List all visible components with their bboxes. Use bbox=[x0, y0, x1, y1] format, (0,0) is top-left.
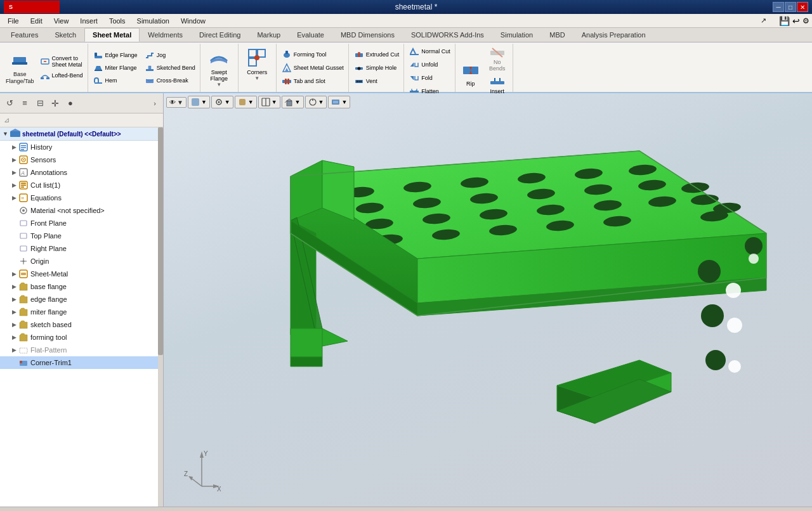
quick-access-options[interactable]: ⚙ bbox=[802, 16, 809, 25]
root-expand-icon[interactable]: ▼ bbox=[3, 131, 10, 137]
sheet-metal-expand[interactable]: ▶ bbox=[10, 271, 18, 277]
forming-tool-folder-expand[interactable]: ▶ bbox=[10, 334, 18, 340]
corners-dropdown[interactable]: ▼ bbox=[254, 75, 259, 81]
tree-item-material[interactable]: Material <not specified> bbox=[0, 204, 163, 217]
tree-item-top-plane[interactable]: Top Plane bbox=[0, 230, 163, 242]
hem-button[interactable]: Hem bbox=[91, 74, 140, 87]
forming-tool-button[interactable]: Forming Tool bbox=[279, 48, 346, 61]
tab-sketch[interactable]: Sketch bbox=[46, 28, 84, 42]
menu-edit[interactable]: Edit bbox=[25, 16, 48, 26]
menu-insert[interactable]: Insert bbox=[75, 16, 103, 26]
tree-item-edge-flange-folder[interactable]: ▶ edge flange bbox=[0, 293, 163, 306]
fold-button[interactable]: Fold bbox=[407, 72, 452, 84]
tree-item-right-plane[interactable]: Right Plane bbox=[0, 242, 163, 255]
rapid-highlight-button[interactable]: ▼ bbox=[305, 96, 327, 108]
tab-markup[interactable]: Markup bbox=[249, 28, 289, 42]
tab-sheet-metal[interactable]: Sheet Metal bbox=[84, 28, 140, 42]
hide-show-button[interactable]: ▼ bbox=[211, 96, 233, 108]
normal-cut-button[interactable]: Normal Cut bbox=[407, 45, 452, 58]
corners-button[interactable]: Corners ▼ bbox=[243, 45, 271, 82]
expand-panel-button[interactable]: › bbox=[149, 98, 160, 109]
quick-access-save[interactable]: 💾 bbox=[779, 16, 790, 26]
no-bends-button[interactable]: NoBends bbox=[485, 45, 510, 73]
display-style-button[interactable]: ▼ bbox=[188, 96, 210, 108]
tab-solidworks-addins[interactable]: SOLIDWORKS Add-Ins bbox=[403, 28, 492, 42]
tab-slot-button[interactable]: Tab and Slot bbox=[279, 75, 346, 87]
tab-weldments[interactable]: Weldments bbox=[140, 28, 191, 42]
tree-item-sheet-metal[interactable]: ▶ Sheet-Metal bbox=[0, 268, 163, 280]
tab-features[interactable]: Features bbox=[3, 28, 46, 42]
quick-access-undo[interactable]: ↩ bbox=[792, 16, 800, 26]
swept-flange-dropdown[interactable]: ▼ bbox=[216, 82, 221, 87]
display-mode-button[interactable]: ▼ bbox=[328, 96, 350, 108]
cutlist-expand[interactable]: ▶ bbox=[10, 182, 18, 188]
lofted-bend-button[interactable]: Lofted-Bend bbox=[37, 69, 85, 82]
window-controls[interactable]: ─ □ ✕ bbox=[773, 2, 808, 12]
tree-item-cutlist[interactable]: ▶ Cut list(1) bbox=[0, 179, 163, 191]
menu-tools[interactable]: Tools bbox=[104, 16, 131, 26]
tree-item-miter-flange-folder[interactable]: ▶ miter flange bbox=[0, 306, 163, 318]
tree-item-base-flange-folder[interactable]: ▶ base flange bbox=[0, 280, 163, 293]
simple-hole-button[interactable]: Simple Hole bbox=[351, 61, 402, 74]
rotate-view-button[interactable]: ↺ bbox=[3, 96, 16, 110]
list-view-button[interactable]: ≡ bbox=[18, 96, 32, 110]
settings-button[interactable]: ● bbox=[63, 96, 77, 110]
menu-view[interactable]: View bbox=[49, 16, 74, 26]
tree-item-front-plane[interactable]: Front Plane bbox=[0, 217, 163, 230]
close-button[interactable]: ✕ bbox=[797, 2, 808, 12]
edge-flange-button[interactable]: Edge Flange bbox=[91, 49, 140, 61]
tree-item-equations[interactable]: ▶ = Equations bbox=[0, 191, 163, 204]
cross-break-button[interactable]: Cross-Break bbox=[142, 74, 197, 87]
flat-pattern-expand[interactable]: ▶ bbox=[10, 347, 18, 353]
add-button[interactable]: ✛ bbox=[48, 96, 62, 110]
history-expand[interactable]: ▶ bbox=[10, 144, 18, 150]
tree-root[interactable]: ▼ sheetmetal (Default) <<Default>> bbox=[0, 127, 163, 141]
jog-button[interactable]: Jog bbox=[142, 49, 197, 61]
sketch-based-expand[interactable]: ▶ bbox=[10, 321, 18, 328]
tree-item-history[interactable]: ▶ History bbox=[0, 141, 163, 153]
tree-item-sketch-based-folder[interactable]: ▶ sketch based bbox=[0, 318, 163, 331]
menu-file[interactable]: File bbox=[3, 16, 24, 26]
unfold-button[interactable]: Unfold bbox=[407, 58, 452, 71]
sm-gusset-button[interactable]: Sheet Metal Gusset bbox=[279, 61, 346, 74]
miter-flange-folder-expand[interactable]: ▶ bbox=[10, 309, 18, 315]
tab-simulation[interactable]: Simulation bbox=[492, 28, 541, 42]
menu-help[interactable]: ↗ bbox=[756, 15, 771, 26]
sketched-bend-button[interactable]: Sketched Bend bbox=[142, 61, 197, 74]
tab-mbd-dimensions[interactable]: MBD Dimensions bbox=[332, 28, 403, 42]
tab-direct-editing[interactable]: Direct Editing bbox=[191, 28, 249, 42]
annotations-expand[interactable]: ▶ bbox=[10, 169, 18, 176]
tree-item-corner-trim[interactable]: Corner-Trim1 bbox=[0, 356, 163, 369]
scrollbar-thumb[interactable] bbox=[158, 127, 163, 355]
sensors-expand[interactable]: ▶ bbox=[10, 157, 18, 163]
swept-flange-button[interactable]: SweptFlange ▼ bbox=[205, 45, 233, 89]
base-flange-folder-expand[interactable]: ▶ bbox=[10, 283, 18, 290]
base-flange-tab-button[interactable]: BaseFlange/Tab bbox=[4, 49, 36, 86]
miter-flange-button[interactable]: Miter Flange bbox=[91, 61, 140, 74]
edge-flange-folder-expand[interactable]: ▶ bbox=[10, 296, 18, 302]
minimize-button[interactable]: ─ bbox=[773, 2, 784, 12]
tree-item-annotations[interactable]: ▶ A Annotations bbox=[0, 166, 163, 179]
tree-item-forming-tool-folder[interactable]: ▶ forming tool bbox=[0, 331, 163, 344]
menu-simulation[interactable]: Simulation bbox=[132, 16, 174, 26]
convert-sheet-metal-button[interactable]: Convert toSheet Metal bbox=[37, 55, 85, 68]
view-cube-button[interactable]: ▼ bbox=[282, 96, 304, 108]
section-view-button[interactable]: ▼ bbox=[258, 96, 280, 108]
vent-button[interactable]: Vent bbox=[351, 75, 402, 87]
edit-appear-button[interactable]: ▼ bbox=[235, 96, 257, 108]
tree-item-flat-pattern[interactable]: ▶ Flat-Pattern bbox=[0, 344, 163, 356]
viewport[interactable]: 👁 ▼ ▼ ▼ ▼ ▼ ▼ bbox=[164, 93, 812, 507]
collapse-button[interactable]: ⊟ bbox=[33, 96, 47, 110]
maximize-button[interactable]: □ bbox=[785, 2, 796, 12]
equations-expand[interactable]: ▶ bbox=[10, 195, 18, 201]
tree-item-sensors[interactable]: ▶ Sensors bbox=[0, 153, 163, 166]
tab-analysis-prep[interactable]: Analysis Preparation bbox=[573, 28, 654, 42]
rip-button[interactable]: Rip bbox=[458, 59, 483, 88]
view-orientation-button[interactable]: 👁 ▼ bbox=[166, 97, 187, 108]
tab-evaluate[interactable]: Evaluate bbox=[289, 28, 332, 42]
extruded-cut-button[interactable]: Extruded Cut bbox=[351, 48, 402, 61]
menu-window[interactable]: Window bbox=[176, 16, 211, 26]
tab-mbd[interactable]: MBD bbox=[541, 28, 573, 42]
tree-scrollbar[interactable] bbox=[158, 127, 163, 507]
tree-item-origin[interactable]: Origin bbox=[0, 255, 163, 268]
